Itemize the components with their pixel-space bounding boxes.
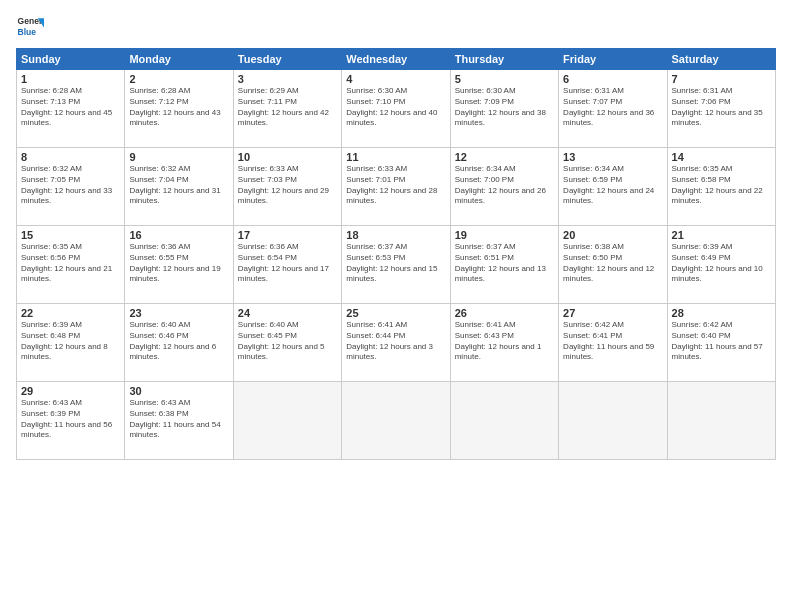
day-info: Sunrise: 6:34 AMSunset: 6:59 PMDaylight:… bbox=[563, 164, 662, 207]
day-info: Sunrise: 6:40 AMSunset: 6:45 PMDaylight:… bbox=[238, 320, 337, 363]
day-number: 2 bbox=[129, 73, 228, 85]
day-number: 12 bbox=[455, 151, 554, 163]
day-info: Sunrise: 6:36 AMSunset: 6:54 PMDaylight:… bbox=[238, 242, 337, 285]
calendar-cell: 21Sunrise: 6:39 AMSunset: 6:49 PMDayligh… bbox=[667, 226, 775, 304]
calendar-cell: 22Sunrise: 6:39 AMSunset: 6:48 PMDayligh… bbox=[17, 304, 125, 382]
day-info: Sunrise: 6:40 AMSunset: 6:46 PMDaylight:… bbox=[129, 320, 228, 363]
day-info: Sunrise: 6:43 AMSunset: 6:38 PMDaylight:… bbox=[129, 398, 228, 441]
calendar-cell bbox=[233, 382, 341, 460]
calendar-cell: 3Sunrise: 6:29 AMSunset: 7:11 PMDaylight… bbox=[233, 70, 341, 148]
day-number: 6 bbox=[563, 73, 662, 85]
calendar-cell bbox=[667, 382, 775, 460]
day-number: 7 bbox=[672, 73, 771, 85]
day-number: 8 bbox=[21, 151, 120, 163]
day-number: 24 bbox=[238, 307, 337, 319]
day-number: 16 bbox=[129, 229, 228, 241]
calendar-cell: 14Sunrise: 6:35 AMSunset: 6:58 PMDayligh… bbox=[667, 148, 775, 226]
day-number: 4 bbox=[346, 73, 445, 85]
day-info: Sunrise: 6:39 AMSunset: 6:49 PMDaylight:… bbox=[672, 242, 771, 285]
calendar-week-1: 1Sunrise: 6:28 AMSunset: 7:13 PMDaylight… bbox=[17, 70, 776, 148]
calendar-cell: 18Sunrise: 6:37 AMSunset: 6:53 PMDayligh… bbox=[342, 226, 450, 304]
calendar-week-3: 15Sunrise: 6:35 AMSunset: 6:56 PMDayligh… bbox=[17, 226, 776, 304]
calendar-cell: 13Sunrise: 6:34 AMSunset: 6:59 PMDayligh… bbox=[559, 148, 667, 226]
calendar-cell: 27Sunrise: 6:42 AMSunset: 6:41 PMDayligh… bbox=[559, 304, 667, 382]
day-info: Sunrise: 6:35 AMSunset: 6:58 PMDaylight:… bbox=[672, 164, 771, 207]
weekday-header-friday: Friday bbox=[559, 49, 667, 70]
day-number: 27 bbox=[563, 307, 662, 319]
calendar-cell bbox=[342, 382, 450, 460]
day-info: Sunrise: 6:39 AMSunset: 6:48 PMDaylight:… bbox=[21, 320, 120, 363]
day-info: Sunrise: 6:33 AMSunset: 7:01 PMDaylight:… bbox=[346, 164, 445, 207]
calendar-cell: 19Sunrise: 6:37 AMSunset: 6:51 PMDayligh… bbox=[450, 226, 558, 304]
day-info: Sunrise: 6:28 AMSunset: 7:12 PMDaylight:… bbox=[129, 86, 228, 129]
calendar-week-5: 29Sunrise: 6:43 AMSunset: 6:39 PMDayligh… bbox=[17, 382, 776, 460]
day-number: 14 bbox=[672, 151, 771, 163]
calendar-cell: 29Sunrise: 6:43 AMSunset: 6:39 PMDayligh… bbox=[17, 382, 125, 460]
calendar-cell bbox=[450, 382, 558, 460]
calendar-cell: 16Sunrise: 6:36 AMSunset: 6:55 PMDayligh… bbox=[125, 226, 233, 304]
day-number: 11 bbox=[346, 151, 445, 163]
calendar-cell: 25Sunrise: 6:41 AMSunset: 6:44 PMDayligh… bbox=[342, 304, 450, 382]
calendar-cell: 2Sunrise: 6:28 AMSunset: 7:12 PMDaylight… bbox=[125, 70, 233, 148]
weekday-header-row: SundayMondayTuesdayWednesdayThursdayFrid… bbox=[17, 49, 776, 70]
day-info: Sunrise: 6:41 AMSunset: 6:44 PMDaylight:… bbox=[346, 320, 445, 363]
day-info: Sunrise: 6:31 AMSunset: 7:06 PMDaylight:… bbox=[672, 86, 771, 129]
day-number: 9 bbox=[129, 151, 228, 163]
day-info: Sunrise: 6:28 AMSunset: 7:13 PMDaylight:… bbox=[21, 86, 120, 129]
weekday-header-thursday: Thursday bbox=[450, 49, 558, 70]
day-number: 26 bbox=[455, 307, 554, 319]
day-info: Sunrise: 6:34 AMSunset: 7:00 PMDaylight:… bbox=[455, 164, 554, 207]
day-number: 13 bbox=[563, 151, 662, 163]
calendar-cell: 6Sunrise: 6:31 AMSunset: 7:07 PMDaylight… bbox=[559, 70, 667, 148]
day-number: 30 bbox=[129, 385, 228, 397]
day-info: Sunrise: 6:33 AMSunset: 7:03 PMDaylight:… bbox=[238, 164, 337, 207]
calendar-cell bbox=[559, 382, 667, 460]
calendar-cell: 15Sunrise: 6:35 AMSunset: 6:56 PMDayligh… bbox=[17, 226, 125, 304]
calendar-page: General Blue SundayMondayTuesdayWednesda… bbox=[0, 0, 792, 612]
day-number: 21 bbox=[672, 229, 771, 241]
calendar-table: SundayMondayTuesdayWednesdayThursdayFrid… bbox=[16, 48, 776, 460]
day-info: Sunrise: 6:36 AMSunset: 6:55 PMDaylight:… bbox=[129, 242, 228, 285]
weekday-header-saturday: Saturday bbox=[667, 49, 775, 70]
day-number: 22 bbox=[21, 307, 120, 319]
calendar-cell: 20Sunrise: 6:38 AMSunset: 6:50 PMDayligh… bbox=[559, 226, 667, 304]
calendar-cell: 12Sunrise: 6:34 AMSunset: 7:00 PMDayligh… bbox=[450, 148, 558, 226]
day-info: Sunrise: 6:37 AMSunset: 6:51 PMDaylight:… bbox=[455, 242, 554, 285]
calendar-cell: 28Sunrise: 6:42 AMSunset: 6:40 PMDayligh… bbox=[667, 304, 775, 382]
logo: General Blue bbox=[16, 12, 44, 40]
day-info: Sunrise: 6:42 AMSunset: 6:41 PMDaylight:… bbox=[563, 320, 662, 363]
day-info: Sunrise: 6:37 AMSunset: 6:53 PMDaylight:… bbox=[346, 242, 445, 285]
day-info: Sunrise: 6:29 AMSunset: 7:11 PMDaylight:… bbox=[238, 86, 337, 129]
day-number: 3 bbox=[238, 73, 337, 85]
day-number: 29 bbox=[21, 385, 120, 397]
day-info: Sunrise: 6:43 AMSunset: 6:39 PMDaylight:… bbox=[21, 398, 120, 441]
calendar-cell: 8Sunrise: 6:32 AMSunset: 7:05 PMDaylight… bbox=[17, 148, 125, 226]
day-number: 15 bbox=[21, 229, 120, 241]
day-number: 18 bbox=[346, 229, 445, 241]
day-info: Sunrise: 6:30 AMSunset: 7:10 PMDaylight:… bbox=[346, 86, 445, 129]
calendar-cell: 30Sunrise: 6:43 AMSunset: 6:38 PMDayligh… bbox=[125, 382, 233, 460]
calendar-cell: 26Sunrise: 6:41 AMSunset: 6:43 PMDayligh… bbox=[450, 304, 558, 382]
day-number: 19 bbox=[455, 229, 554, 241]
day-number: 23 bbox=[129, 307, 228, 319]
day-info: Sunrise: 6:32 AMSunset: 7:04 PMDaylight:… bbox=[129, 164, 228, 207]
weekday-header-monday: Monday bbox=[125, 49, 233, 70]
svg-text:Blue: Blue bbox=[18, 27, 37, 37]
calendar-cell: 23Sunrise: 6:40 AMSunset: 6:46 PMDayligh… bbox=[125, 304, 233, 382]
day-info: Sunrise: 6:42 AMSunset: 6:40 PMDaylight:… bbox=[672, 320, 771, 363]
day-number: 10 bbox=[238, 151, 337, 163]
calendar-cell: 1Sunrise: 6:28 AMSunset: 7:13 PMDaylight… bbox=[17, 70, 125, 148]
calendar-cell: 4Sunrise: 6:30 AMSunset: 7:10 PMDaylight… bbox=[342, 70, 450, 148]
calendar-cell: 5Sunrise: 6:30 AMSunset: 7:09 PMDaylight… bbox=[450, 70, 558, 148]
day-number: 28 bbox=[672, 307, 771, 319]
day-info: Sunrise: 6:38 AMSunset: 6:50 PMDaylight:… bbox=[563, 242, 662, 285]
calendar-cell: 7Sunrise: 6:31 AMSunset: 7:06 PMDaylight… bbox=[667, 70, 775, 148]
calendar-cell: 24Sunrise: 6:40 AMSunset: 6:45 PMDayligh… bbox=[233, 304, 341, 382]
day-number: 5 bbox=[455, 73, 554, 85]
calendar-week-4: 22Sunrise: 6:39 AMSunset: 6:48 PMDayligh… bbox=[17, 304, 776, 382]
day-info: Sunrise: 6:41 AMSunset: 6:43 PMDaylight:… bbox=[455, 320, 554, 363]
logo-icon: General Blue bbox=[16, 12, 44, 40]
calendar-cell: 11Sunrise: 6:33 AMSunset: 7:01 PMDayligh… bbox=[342, 148, 450, 226]
calendar-week-2: 8Sunrise: 6:32 AMSunset: 7:05 PMDaylight… bbox=[17, 148, 776, 226]
day-info: Sunrise: 6:32 AMSunset: 7:05 PMDaylight:… bbox=[21, 164, 120, 207]
